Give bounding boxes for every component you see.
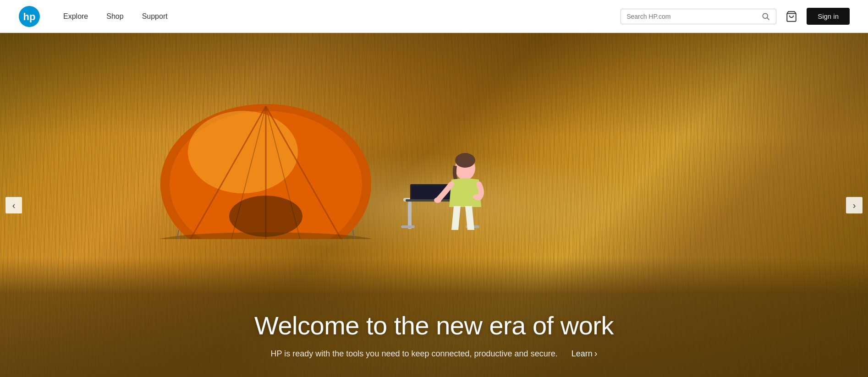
hero-section: ‹ › Welcome to the new era of work HP is…: [0, 33, 868, 377]
svg-point-2: [763, 13, 768, 18]
search-button[interactable]: [761, 12, 770, 21]
svg-line-3: [767, 17, 769, 20]
search-area: [621, 9, 776, 24]
signin-button[interactable]: Sign in: [807, 8, 850, 25]
nav-shop[interactable]: Shop: [106, 12, 123, 21]
nav-support[interactable]: Support: [142, 12, 168, 21]
learn-label: Learn: [571, 349, 593, 359]
hero-subtext-row: HP is ready with the tools you need to k…: [0, 349, 868, 359]
svg-rect-18: [408, 202, 412, 229]
carousel-next-button[interactable]: ›: [846, 197, 863, 213]
hero-headline: Welcome to the new era of work: [0, 311, 868, 340]
search-container: [621, 9, 776, 24]
chevron-right-icon: ›: [853, 201, 856, 210]
svg-point-27: [434, 197, 441, 203]
search-icon: [761, 12, 770, 21]
hero-text-container: Welcome to the new era of work HP is rea…: [0, 311, 868, 359]
hp-logo-icon: hp: [18, 5, 40, 27]
hero-subtext: HP is ready with the tools you need to k…: [271, 349, 558, 359]
svg-point-28: [473, 194, 480, 200]
hero-learn-link[interactable]: Learn ›: [571, 349, 598, 359]
person-illustration: [376, 125, 513, 244]
logo-area[interactable]: hp: [18, 5, 40, 27]
svg-rect-20: [401, 225, 415, 228]
svg-point-26: [455, 153, 475, 168]
search-input[interactable]: [626, 13, 761, 20]
site-header: hp Explore Shop Support Sign in: [0, 0, 868, 33]
carousel-prev-button[interactable]: ‹: [5, 197, 22, 213]
svg-point-7: [188, 111, 298, 193]
nav-explore[interactable]: Explore: [63, 12, 88, 21]
chevron-left-icon: ‹: [12, 201, 16, 210]
hero-bg-top: [0, 33, 868, 136]
svg-text:hp: hp: [23, 11, 36, 22]
cart-button[interactable]: [786, 11, 797, 22]
learn-chevron-icon: ›: [594, 348, 598, 359]
main-nav: Explore Shop Support: [63, 12, 168, 21]
svg-point-13: [229, 196, 302, 237]
tent-illustration: [151, 74, 380, 239]
cart-icon: [786, 11, 797, 22]
